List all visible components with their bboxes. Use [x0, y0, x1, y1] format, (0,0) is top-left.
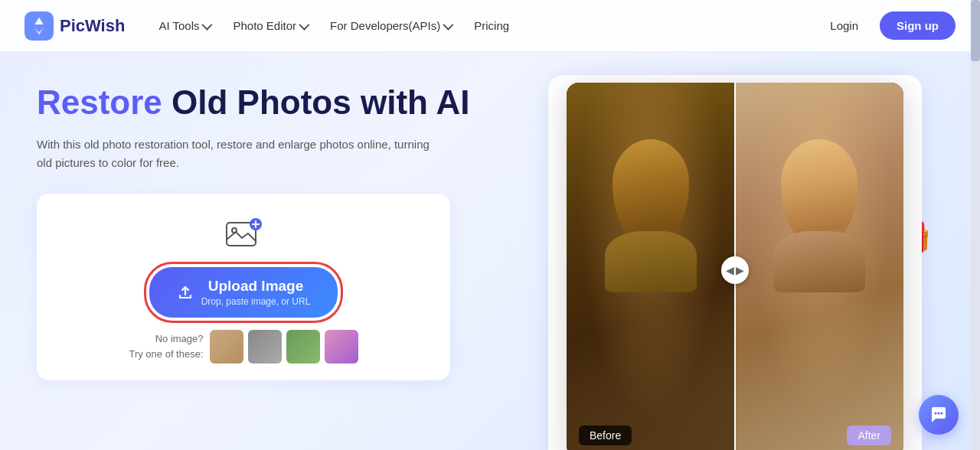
sample-image-4[interactable] — [325, 330, 358, 364]
upload-box: Upload Image Drop, paste image, or URL N… — [37, 194, 450, 380]
scrollbar[interactable] — [971, 0, 980, 450]
right-panel: ◀ ▶ Before After ✦ ✦ 🎁 — [527, 83, 943, 450]
image-plus-icon — [224, 215, 263, 255]
upload-icon-area — [55, 215, 432, 255]
face-before — [612, 139, 689, 246]
nav-item-photo-editor[interactable]: Photo Editor — [224, 13, 316, 38]
photo-compare: ◀ ▶ Before After — [567, 83, 903, 450]
sample-image-3[interactable] — [286, 330, 320, 364]
chat-icon — [928, 404, 949, 426]
logo-icon — [24, 11, 54, 41]
login-button[interactable]: Login — [818, 13, 871, 38]
svg-point-6 — [935, 412, 937, 415]
nav-item-for-developers[interactable]: For Developers(APIs) — [321, 13, 460, 38]
upload-btn-wrapper: Upload Image Drop, paste image, or URL — [55, 267, 432, 318]
upload-btn-label: Upload Image — [208, 278, 304, 295]
chevron-down-icon — [443, 19, 454, 30]
before-label: Before — [579, 426, 632, 445]
hero-subtitle: With this old photo restoration tool, re… — [37, 135, 435, 172]
svg-point-8 — [941, 412, 943, 415]
signup-button[interactable]: Sign up — [880, 11, 956, 40]
face-after — [781, 139, 858, 246]
nav-item-ai-tools[interactable]: AI Tools — [149, 13, 219, 38]
upload-btn-inner: Upload Image Drop, paste image, or URL — [201, 278, 311, 307]
handle-arrows: ◀ ▶ — [726, 264, 744, 276]
sample-image-1[interactable] — [210, 330, 243, 364]
hero-title-rest: Old Photos with AI — [162, 83, 470, 121]
logo[interactable]: PicWish — [24, 11, 125, 41]
svg-point-7 — [938, 412, 940, 415]
after-image — [735, 83, 903, 450]
hero-title-highlight: Restore — [37, 83, 162, 121]
compare-handle[interactable]: ◀ ▶ — [721, 256, 749, 284]
sample-row: No image? Try one of these: — [55, 330, 432, 364]
photo-compare-wrapper: ◀ ▶ Before After — [567, 83, 903, 450]
sample-images — [210, 330, 358, 364]
scrollbar-thumb[interactable] — [971, 0, 980, 61]
chat-bubble-button[interactable] — [919, 395, 959, 435]
main-content: Restore Old Photos with AI With this old… — [0, 52, 980, 450]
logo-text: PicWish — [60, 16, 125, 36]
upload-btn-sublabel: Drop, paste image, or URL — [201, 296, 311, 307]
upload-image-button[interactable]: Upload Image Drop, paste image, or URL — [149, 267, 338, 318]
hero-title: Restore Old Photos with AI — [37, 83, 527, 123]
svg-rect-0 — [24, 11, 54, 41]
sample-label: No image? Try one of these: — [129, 331, 203, 361]
after-label: After — [847, 426, 891, 445]
nav-links: AI Tools Photo Editor For Developers(API… — [149, 13, 818, 38]
left-panel: Restore Old Photos with AI With this old… — [37, 83, 527, 450]
nav-item-pricing[interactable]: Pricing — [465, 13, 518, 38]
nav-auth: Login Sign up — [818, 11, 956, 40]
sample-image-2[interactable] — [248, 330, 282, 364]
upload-arrow-icon — [177, 284, 194, 301]
chevron-down-icon — [202, 19, 213, 30]
chevron-down-icon — [299, 19, 309, 30]
before-image — [567, 83, 735, 450]
navbar: PicWish AI Tools Photo Editor For Develo… — [0, 0, 980, 52]
